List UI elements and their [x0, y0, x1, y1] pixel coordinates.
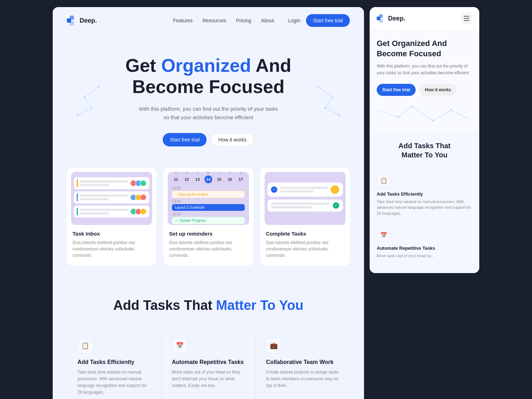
svg-point-17	[450, 109, 452, 111]
svg-rect-2	[70, 21, 74, 25]
how-it-works-button[interactable]: How it works	[211, 133, 254, 146]
svg-rect-1	[70, 16, 74, 20]
svg-point-8	[331, 96, 333, 98]
right-feature-automate-icon: 📅	[377, 228, 391, 242]
card-complete-tasks: ✓ ✓	[260, 168, 350, 266]
card-complete-desc: Duis lobortis eleifend porttitor nisl co…	[260, 239, 350, 259]
cal-day-s2: S 17	[237, 172, 245, 183]
feature-add-tasks-icon: 📋	[77, 338, 93, 353]
task-lines	[80, 209, 128, 214]
card-task-inbox-desc: Duis lobortis eleifend porttitor nisl co…	[67, 239, 156, 259]
complete-lines	[271, 203, 330, 208]
logo[interactable]: Deep.	[67, 16, 97, 25]
card-reminders: S 11 M 12 T 13	[163, 168, 253, 266]
card-complete-title: Complete Tasks	[260, 231, 350, 239]
hamburger-button[interactable]	[461, 13, 472, 24]
svg-point-14	[397, 116, 399, 118]
feature-collaborate-desc: Create shared projects or assign tasks t…	[266, 369, 339, 389]
right-logo-icon	[377, 14, 385, 23]
cal-event-update: ✓ Update Progress	[172, 217, 244, 224]
ham-line	[464, 20, 469, 21]
right-hero-buttons: Start free trial How it works	[377, 84, 472, 96]
right-panel: Deep. Get Organized AndBecome Focused Wi…	[370, 7, 479, 273]
svg-point-7	[317, 86, 319, 88]
hero-section: Get Organized And Become Focused With th…	[53, 34, 364, 161]
logo-icon	[67, 16, 77, 25]
right-hero-section: Get Organized AndBecome Focused With thi…	[370, 30, 479, 133]
svg-point-5	[91, 107, 93, 109]
nav-cta-button[interactable]: Start free trial	[306, 14, 350, 27]
feature-add-tasks-desc: Take back time wasted on manual processe…	[77, 369, 150, 396]
right-how-it-works-button[interactable]: How it works	[419, 84, 457, 96]
navbar: Deep. Features Resources Pricing About L…	[53, 7, 364, 34]
hero-cta-button[interactable]: Start free trial	[163, 133, 207, 146]
login-button[interactable]: Login	[288, 18, 300, 23]
card-task-inbox: Task Inbox Duis lobortis eleifend portti…	[67, 168, 156, 266]
feature-collaborate-title: Collaborative Team Work	[266, 359, 339, 365]
right-feature-add-tasks: 📋 Add Tasks Efficiently Take back time w…	[377, 168, 472, 222]
hero-buttons: Start free trial How it works	[67, 133, 350, 146]
svg-rect-12	[379, 14, 383, 18]
right-logo[interactable]: Deep.	[377, 14, 405, 23]
avatar	[140, 194, 146, 201]
feature-add-tasks-title: Add Tasks Efficiently	[77, 359, 150, 365]
task-row	[74, 191, 149, 203]
cal-event-13: 13:00 Layout 2-3 website	[172, 200, 244, 211]
calendar-header: S 11 M 12 T 13	[172, 172, 244, 183]
card-reminders-image: S 11 M 12 T 13	[168, 172, 249, 225]
task-line	[80, 184, 109, 186]
cal-day-s: S 11	[172, 172, 180, 183]
task-line	[80, 195, 128, 197]
nav-about[interactable]: About	[261, 18, 274, 23]
feature-collaborate: 💼 Collaborative Team Work Create shared …	[255, 331, 350, 399]
task-line	[80, 209, 128, 211]
svg-point-15	[411, 105, 413, 108]
cal-day-t2: T 15	[215, 172, 223, 183]
features-grid: 📋 Add Tasks Efficiently Take back time w…	[67, 331, 350, 399]
complete-lines	[280, 187, 328, 192]
task-lines	[80, 180, 128, 186]
right-tasks-title: Add Tasks ThatMatter To You	[377, 141, 472, 160]
complete-row: ✓	[267, 183, 343, 197]
tasks-section: Add Tasks That Matter To You 📋 Add Tasks…	[53, 280, 364, 399]
right-cta-button[interactable]: Start free trial	[377, 84, 416, 96]
task-row	[74, 177, 149, 189]
nav-features[interactable]: Features	[173, 18, 192, 23]
feature-collaborate-icon: 💼	[266, 338, 282, 353]
right-feature-automate-desc: Move tasks out of your head so...	[377, 253, 472, 259]
task-line	[80, 198, 109, 200]
avatar	[140, 180, 146, 186]
task-line	[80, 212, 109, 214]
cal-event-discuss: ○ Discuss for project	[172, 191, 244, 198]
right-feature-automate-title: Automate Repetitive Tasks	[377, 245, 472, 251]
avatar	[140, 208, 146, 215]
zigzag-left-icon	[60, 76, 102, 118]
ham-line	[464, 16, 469, 17]
cal-event-16: 16:00 ✓ Update Progress	[172, 212, 244, 224]
check-icon: ✓	[271, 186, 277, 193]
right-zigzag-icon	[377, 103, 476, 124]
cards-grid: Task Inbox Duis lobortis eleifend portti…	[67, 168, 350, 266]
card-reminders-desc: Duis lobortis eleifend porttitor nisl co…	[163, 239, 253, 259]
feature-add-tasks: 📋 Add Tasks Efficiently Take back time w…	[67, 331, 161, 399]
card-task-inbox-title: Task Inbox	[67, 231, 156, 239]
right-feature-add-tasks-desc: Take back time wasted on manual processe…	[377, 199, 472, 216]
nav-pricing[interactable]: Pricing	[236, 18, 251, 23]
left-panel: Deep. Features Resources Pricing About L…	[53, 7, 364, 399]
cal-event-layout: Layout 2-3 website	[172, 204, 244, 211]
task-avatars	[130, 208, 146, 215]
task-bar-green	[77, 208, 78, 215]
right-add-tasks-section: Add Tasks ThatMatter To You 📋 Add Tasks …	[370, 133, 479, 273]
svg-point-10	[338, 114, 340, 116]
cal-day-f: F 16	[226, 172, 234, 183]
nav-actions: Login Start free trial	[288, 14, 350, 27]
task-avatars	[130, 180, 146, 186]
complete-tasks-content: ✓ ✓	[265, 180, 346, 217]
right-hero-title: Get Organized AndBecome Focused	[377, 39, 472, 59]
hero-title: Get Organized And Become Focused	[67, 55, 350, 98]
card-reminders-title: Set up reminders	[163, 231, 253, 239]
check-icon: ✓	[333, 202, 339, 209]
nav-links: Features Resources Pricing About	[173, 18, 274, 23]
hero-subtitle: With this platform, you can find out the…	[138, 105, 279, 122]
nav-resources[interactable]: Resources	[202, 18, 226, 23]
